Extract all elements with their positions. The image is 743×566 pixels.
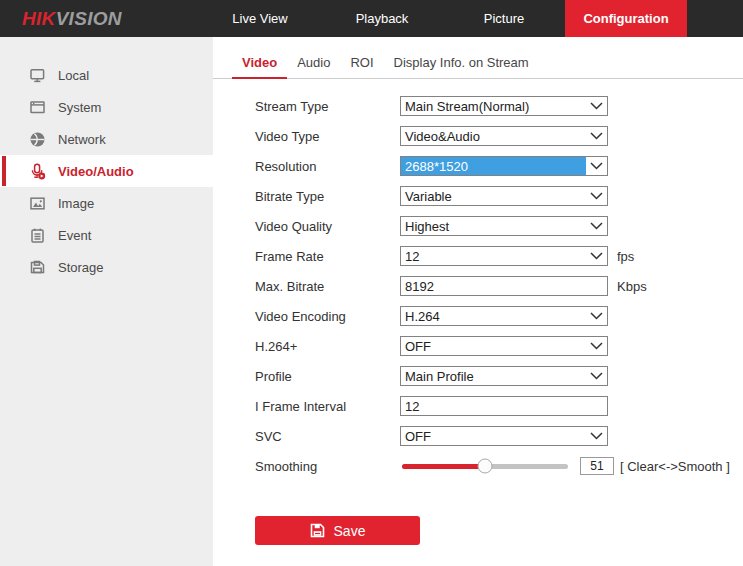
save-button-label: Save — [334, 523, 366, 539]
form-row-h264plus: H.264+ OFF — [213, 331, 743, 361]
video-settings-form: Stream Type Main Stream(Normal) Video Ty… — [213, 91, 743, 545]
top-header: HIKVISION Live View Playback Picture Con… — [0, 0, 743, 37]
sidebar-item-label: Storage — [58, 260, 104, 275]
tab-display-info-on-stream[interactable]: Display Info. on Stream — [384, 55, 539, 78]
form-row-resolution: Resolution 2688*1520 — [213, 151, 743, 181]
unit-label: Kbps — [617, 279, 647, 294]
field-label: Bitrate Type — [255, 189, 400, 204]
chevron-down-icon — [586, 222, 607, 230]
field-label: Video Type — [255, 129, 400, 144]
form-row-bitrate-type: Bitrate Type Variable — [213, 181, 743, 211]
hikvision-config-page: HIKVISION Live View Playback Picture Con… — [0, 0, 743, 566]
resolution-select[interactable]: 2688*1520 — [400, 156, 608, 176]
form-row-svc: SVC OFF — [213, 421, 743, 451]
sidebar-item-video-audio[interactable]: Video/Audio — [0, 155, 213, 187]
smoothing-hint-label: [ Clear<->Smooth ] — [620, 459, 730, 474]
chevron-down-icon — [586, 132, 607, 140]
video-quality-select[interactable]: Highest — [400, 216, 608, 236]
field-label: I Frame Interval — [255, 399, 400, 414]
hikvision-logo: HIKVISION — [0, 0, 199, 37]
sidebar-item-storage[interactable]: Storage — [0, 251, 213, 283]
h264plus-select[interactable]: OFF — [400, 336, 608, 356]
field-label: Resolution — [255, 159, 400, 174]
top-nav: Live View Playback Picture Configuration — [199, 0, 687, 37]
sidebar-item-label: Image — [58, 196, 94, 211]
chevron-down-icon — [586, 312, 607, 320]
chevron-down-icon — [586, 372, 607, 380]
monitor-icon — [29, 67, 46, 84]
sidebar-item-system[interactable]: System — [0, 91, 213, 123]
sidebar-item-label: Video/Audio — [58, 164, 134, 179]
smoothing-slider-thumb[interactable] — [478, 459, 493, 474]
form-row-i-frame-interval: I Frame Interval — [213, 391, 743, 421]
chevron-down-icon — [586, 432, 607, 440]
field-label: Max. Bitrate — [255, 279, 400, 294]
frame-rate-select[interactable]: 12 — [400, 246, 608, 266]
chevron-down-icon — [586, 162, 607, 170]
i-frame-interval-input[interactable] — [400, 396, 608, 416]
field-label: Smoothing — [255, 459, 400, 474]
field-label: Video Encoding — [255, 309, 400, 324]
sidebar-item-event[interactable]: Event — [0, 219, 213, 251]
form-row-frame-rate: Frame Rate 12 fps — [213, 241, 743, 271]
chevron-down-icon — [586, 102, 607, 110]
tab-roi[interactable]: ROI — [340, 55, 383, 78]
save-row: Save — [213, 516, 743, 545]
microphone-icon — [29, 163, 46, 180]
logo-text-gray: VISION — [56, 8, 122, 30]
sidebar-item-image[interactable]: Image — [0, 187, 213, 219]
field-label: Profile — [255, 369, 400, 384]
svc-select[interactable]: OFF — [400, 426, 608, 446]
bitrate-type-select[interactable]: Variable — [400, 186, 608, 206]
nav-tab-picture[interactable]: Picture — [443, 0, 565, 37]
sidebar-item-label: Event — [58, 228, 91, 243]
field-label: Video Quality — [255, 219, 400, 234]
stream-type-select[interactable]: Main Stream(Normal) — [400, 96, 608, 116]
save-icon — [310, 523, 325, 538]
sidebar-item-network[interactable]: Network — [0, 123, 213, 155]
form-row-video-type: Video Type Video&Audio — [213, 121, 743, 151]
form-row-stream-type: Stream Type Main Stream(Normal) — [213, 91, 743, 121]
form-row-max-bitrate: Max. Bitrate Kbps — [213, 271, 743, 301]
field-label: Stream Type — [255, 99, 400, 114]
tab-video[interactable]: Video — [232, 55, 287, 78]
storage-icon — [29, 259, 46, 276]
form-row-profile: Profile Main Profile — [213, 361, 743, 391]
video-encoding-select[interactable]: H.264 — [400, 306, 608, 326]
smoothing-value-box[interactable]: 51 — [580, 457, 614, 475]
sidebar-item-label: System — [58, 100, 101, 115]
logo-text-red: HIK — [22, 8, 56, 30]
field-label: Frame Rate — [255, 249, 400, 264]
chevron-down-icon — [586, 342, 607, 350]
form-row-video-quality: Video Quality Highest — [213, 211, 743, 241]
profile-select[interactable]: Main Profile — [400, 366, 608, 386]
nav-tab-playback[interactable]: Playback — [321, 0, 443, 37]
image-icon — [29, 195, 46, 212]
form-row-video-encoding: Video Encoding H.264 — [213, 301, 743, 331]
sidebar-item-local[interactable]: Local — [0, 59, 213, 91]
window-icon — [29, 99, 46, 116]
unit-label: fps — [617, 249, 634, 264]
max-bitrate-input[interactable] — [400, 276, 608, 296]
sidebar-item-label: Local — [58, 68, 89, 83]
event-icon — [29, 227, 46, 244]
nav-tab-live-view[interactable]: Live View — [199, 0, 321, 37]
form-row-smoothing: Smoothing 51 [ Clear<->Smooth ] — [213, 451, 743, 481]
globe-icon — [29, 131, 46, 148]
video-type-select[interactable]: Video&Audio — [400, 126, 608, 146]
field-label: H.264+ — [255, 339, 400, 354]
save-button[interactable]: Save — [255, 516, 420, 545]
chevron-down-icon — [586, 252, 607, 260]
chevron-down-icon — [586, 192, 607, 200]
nav-tab-configuration[interactable]: Configuration — [565, 0, 687, 37]
tab-audio[interactable]: Audio — [287, 55, 340, 78]
main-content: Video Audio ROI Display Info. on Stream … — [213, 37, 743, 566]
smoothing-slider-fill — [402, 464, 485, 469]
content-tabs: Video Audio ROI Display Info. on Stream — [213, 37, 743, 79]
smoothing-slider[interactable] — [402, 464, 568, 469]
field-label: SVC — [255, 429, 400, 444]
sidebar-item-label: Network — [58, 132, 106, 147]
sidebar: Local System Network Video/Audio — [0, 37, 213, 566]
